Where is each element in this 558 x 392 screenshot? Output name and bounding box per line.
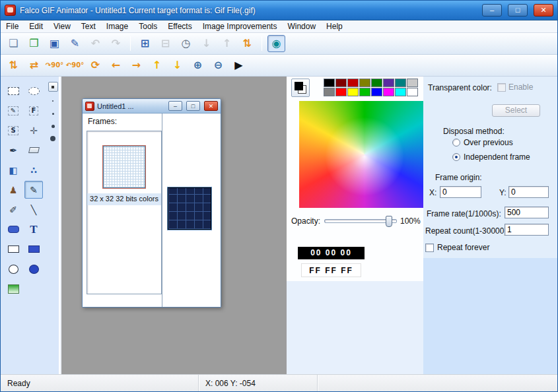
- y-input[interactable]: [508, 186, 549, 198]
- tool-ellipse[interactable]: [4, 260, 22, 278]
- zoom-in-button[interactable]: ⊕: [189, 57, 207, 74]
- reorder-frames-button[interactable]: ⇅: [238, 35, 256, 52]
- tool-airbrush[interactable]: ∴: [24, 161, 43, 179]
- tool-rect-select[interactable]: [4, 82, 22, 100]
- brush-size-option[interactable]: [48, 98, 57, 104]
- repeat-forever-option[interactable]: Repeat forever: [425, 243, 489, 252]
- play-button[interactable]: ▶: [230, 57, 248, 74]
- move-frame-up-button[interactable]: ↑: [218, 35, 236, 52]
- opacity-slider-thumb[interactable]: [386, 216, 392, 227]
- disposal-option-over-previous[interactable]: Over previous: [452, 138, 530, 147]
- enable-transparent-option[interactable]: Enable: [497, 82, 533, 92]
- move-frame-down-button[interactable]: ↓: [197, 35, 215, 52]
- palette-swatch[interactable]: [371, 79, 382, 87]
- opacity-slider[interactable]: [324, 219, 397, 223]
- palette-swatch[interactable]: [347, 79, 359, 87]
- palette-swatch[interactable]: [383, 88, 394, 96]
- palette-swatch[interactable]: [383, 79, 394, 87]
- document-maximize-button[interactable]: □: [186, 101, 200, 111]
- new-button[interactable]: ❏: [5, 35, 22, 52]
- palette-swatch[interactable]: [371, 88, 382, 96]
- menu-effects[interactable]: Effects: [162, 20, 197, 32]
- capture-remove-button[interactable]: ⊟: [157, 35, 174, 52]
- flip-vertical-button[interactable]: ⇅: [5, 57, 22, 74]
- menu-file[interactable]: File: [1, 20, 24, 32]
- open-button[interactable]: ❐: [25, 35, 43, 52]
- menu-window[interactable]: Window: [282, 20, 321, 32]
- enable-checkbox[interactable]: [497, 83, 506, 92]
- color-gradient-picker[interactable]: [299, 101, 430, 208]
- menu-image-improvements[interactable]: Image Improvements: [197, 20, 283, 32]
- tool-freeform-select[interactable]: F: [24, 102, 43, 119]
- brush-size-option[interactable]: [48, 110, 57, 117]
- tool-rounded-rect[interactable]: [4, 220, 22, 238]
- brush-size-button[interactable]: [48, 82, 58, 92]
- prev-frame-button[interactable]: ←: [107, 57, 125, 74]
- palette-swatch[interactable]: [359, 88, 370, 96]
- disposal-option-independent-frame[interactable]: Independent frame: [452, 152, 530, 162]
- tool-line[interactable]: ╲: [24, 201, 43, 218]
- menu-help[interactable]: Help: [321, 20, 348, 32]
- frame-item[interactable]: 32 x 32 32 bits colors: [87, 146, 161, 205]
- brush-size-option[interactable]: [48, 123, 57, 129]
- repeat-count-input[interactable]: [505, 224, 549, 236]
- timer-button[interactable]: ◷: [177, 35, 195, 52]
- palette-swatch[interactable]: [407, 88, 418, 96]
- repeat-forever-checkbox[interactable]: [425, 244, 434, 252]
- tool-eraser[interactable]: [24, 141, 43, 159]
- document-minimize-button[interactable]: –: [168, 101, 182, 111]
- brush-size-option[interactable]: [48, 135, 57, 142]
- zoom-out-button[interactable]: ⊖: [209, 57, 227, 74]
- tool-stamp[interactable]: ♟: [4, 181, 22, 199]
- tool-text[interactable]: T: [24, 220, 43, 238]
- tool-filled-rectangle[interactable]: [24, 240, 43, 258]
- palette-swatch[interactable]: [359, 79, 370, 87]
- next-frame-button[interactable]: →: [127, 57, 145, 74]
- rotate-90-ccw-button[interactable]: ↶90°: [66, 57, 84, 74]
- rotate-free-button[interactable]: ⟳: [87, 57, 104, 74]
- menu-edit[interactable]: Edit: [24, 20, 48, 32]
- shift-up-button[interactable]: ↑: [148, 57, 166, 74]
- document-close-button[interactable]: ✕: [204, 101, 218, 111]
- tool-fill[interactable]: ◧: [4, 161, 22, 179]
- shift-down-button[interactable]: ↓: [168, 57, 186, 74]
- x-input[interactable]: [440, 186, 481, 198]
- palette-swatch[interactable]: [324, 79, 335, 87]
- palette-swatch[interactable]: [335, 88, 347, 96]
- tool-brush[interactable]: ✐: [4, 201, 22, 218]
- frames-list[interactable]: 32 x 32 32 bits colors: [87, 131, 162, 294]
- close-button[interactable]: ✕: [534, 4, 553, 16]
- palette-swatch[interactable]: [395, 79, 406, 87]
- maximize-button[interactable]: □: [508, 4, 528, 16]
- tool-ellipse-select[interactable]: [24, 82, 43, 100]
- menu-image[interactable]: Image: [101, 20, 133, 32]
- menu-text[interactable]: Text: [76, 20, 101, 32]
- tool-rectangle[interactable]: [4, 240, 22, 258]
- select-transparent-color-button[interactable]: Select: [492, 104, 540, 117]
- save-button[interactable]: ▣: [46, 35, 63, 52]
- color-swap-indicator[interactable]: [291, 79, 310, 97]
- minimize-button[interactable]: –: [482, 4, 502, 16]
- save-as-button[interactable]: ✎: [66, 35, 84, 52]
- redo-button[interactable]: ↷: [107, 35, 125, 52]
- mirror-horizontal-button[interactable]: ⇄: [25, 57, 43, 74]
- rotate-90-cw-button[interactable]: ↷90°: [46, 57, 63, 74]
- tool-filled-ellipse[interactable]: [24, 260, 43, 278]
- frame-preview[interactable]: [168, 187, 211, 230]
- tool-gradient[interactable]: [4, 280, 22, 298]
- palette-swatch[interactable]: [324, 88, 335, 96]
- menu-tools[interactable]: Tools: [133, 20, 162, 32]
- frame-thumbnail[interactable]: [103, 146, 145, 188]
- frame-rate-input[interactable]: [505, 207, 549, 218]
- palette-swatch[interactable]: [395, 88, 406, 96]
- undo-button[interactable]: ↶: [87, 35, 104, 52]
- tool-pencil[interactable]: ✎: [24, 181, 43, 199]
- capture-add-button[interactable]: ⊞: [136, 35, 154, 52]
- tool-polygon-select[interactable]: ✎: [4, 102, 22, 119]
- tool-move[interactable]: ✛: [24, 121, 43, 139]
- palette-swatch[interactable]: [407, 79, 418, 87]
- document-titlebar[interactable]: Untitled1 ... – □ ✕: [83, 99, 221, 114]
- tool-eyedropper[interactable]: ✒: [4, 141, 22, 159]
- palette-swatch[interactable]: [347, 88, 359, 96]
- record-button[interactable]: ◉: [267, 35, 285, 52]
